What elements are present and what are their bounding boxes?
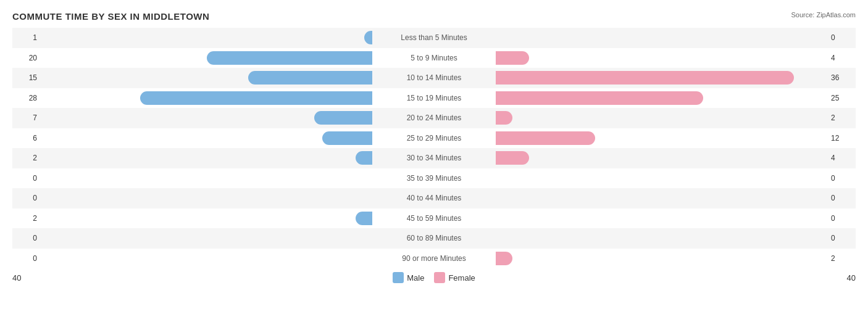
chart-body: 1Less than 5 Minutes0205 to 9 Minutes415… xyxy=(12,28,856,283)
male-value: 0 xyxy=(12,234,41,242)
female-bar xyxy=(496,151,529,165)
male-bar xyxy=(140,91,372,105)
male-value: 0 xyxy=(12,254,41,263)
row-label: Less than 5 Minutes xyxy=(372,33,496,42)
row-label: 35 to 39 Minutes xyxy=(372,174,496,183)
female-bar xyxy=(496,91,703,105)
chart-title: COMMUTE TIME BY SEX IN MIDDLETOWN xyxy=(12,11,856,22)
row-label: 20 to 24 Minutes xyxy=(372,114,496,122)
table-row: 035 to 39 Minutes0 xyxy=(12,168,856,189)
row-label: 30 to 34 Minutes xyxy=(372,154,496,162)
row-label: 10 to 14 Minutes xyxy=(372,73,496,82)
female-bar xyxy=(496,131,595,145)
female-value: 0 xyxy=(827,174,856,183)
male-bar xyxy=(314,111,372,125)
legend-male: Male xyxy=(393,272,424,283)
female-value: 0 xyxy=(827,234,856,242)
male-bar xyxy=(356,212,372,225)
male-value: 15 xyxy=(12,73,41,82)
male-value: 6 xyxy=(12,134,41,142)
female-bar xyxy=(496,252,512,265)
female-bar xyxy=(496,71,794,85)
male-bar xyxy=(356,151,372,165)
male-value: 2 xyxy=(12,154,41,162)
table-row: 625 to 29 Minutes12 xyxy=(12,128,856,149)
male-bar xyxy=(248,71,372,85)
male-label: Male xyxy=(407,273,424,283)
row-label: 15 to 19 Minutes xyxy=(372,94,496,102)
male-value: 28 xyxy=(12,94,41,102)
legend-female: Female xyxy=(434,272,475,283)
male-value: 7 xyxy=(12,114,41,122)
row-label: 40 to 44 Minutes xyxy=(372,194,496,202)
row-label: 90 or more Minutes xyxy=(372,254,496,263)
table-row: 1510 to 14 Minutes36 xyxy=(12,68,856,88)
female-bar xyxy=(496,111,512,125)
female-value: 0 xyxy=(827,214,856,223)
row-label: 25 to 29 Minutes xyxy=(372,134,496,142)
table-row: 720 to 24 Minutes2 xyxy=(12,108,856,128)
row-label: 45 to 59 Minutes xyxy=(372,214,496,223)
male-value: 0 xyxy=(12,194,41,202)
female-value: 36 xyxy=(827,73,856,82)
table-row: 040 to 44 Minutes0 xyxy=(12,188,856,208)
male-bar xyxy=(207,51,373,65)
source-label: Source: ZipAtlas.com xyxy=(791,11,856,19)
female-swatch xyxy=(434,272,445,283)
table-row: 205 to 9 Minutes4 xyxy=(12,48,856,68)
table-row: 090 or more Minutes2 xyxy=(12,249,856,269)
left-axis-val: 40 xyxy=(12,273,21,283)
chart-container: COMMUTE TIME BY SEX IN MIDDLETOWN Source… xyxy=(0,0,868,322)
female-bar xyxy=(496,51,529,65)
bottom-legend: 40 Male Female 40 xyxy=(12,272,856,283)
female-value: 2 xyxy=(827,114,856,122)
female-value: 2 xyxy=(827,254,856,263)
male-value: 20 xyxy=(12,54,41,62)
male-bar xyxy=(364,31,372,44)
table-row: 060 to 89 Minutes0 xyxy=(12,228,856,249)
female-value: 0 xyxy=(827,33,856,42)
male-value: 1 xyxy=(12,33,41,42)
legend-items: Male Female xyxy=(393,272,475,283)
table-row: 245 to 59 Minutes0 xyxy=(12,208,856,229)
right-axis-val: 40 xyxy=(847,273,856,283)
row-label: 5 to 9 Minutes xyxy=(372,54,496,62)
female-value: 4 xyxy=(827,54,856,62)
male-value: 2 xyxy=(12,214,41,223)
male-value: 0 xyxy=(12,174,41,183)
table-row: 230 to 34 Minutes4 xyxy=(12,148,856,168)
row-label: 60 to 89 Minutes xyxy=(372,234,496,242)
male-bar xyxy=(322,131,372,145)
female-value: 0 xyxy=(827,194,856,202)
table-row: 2815 to 19 Minutes25 xyxy=(12,88,856,109)
rows-container: 1Less than 5 Minutes0205 to 9 Minutes415… xyxy=(12,28,856,268)
female-value: 4 xyxy=(827,154,856,162)
table-row: 1Less than 5 Minutes0 xyxy=(12,28,856,48)
female-value: 25 xyxy=(827,94,856,102)
female-value: 12 xyxy=(827,134,856,142)
male-swatch xyxy=(393,272,404,283)
female-label: Female xyxy=(448,273,475,283)
